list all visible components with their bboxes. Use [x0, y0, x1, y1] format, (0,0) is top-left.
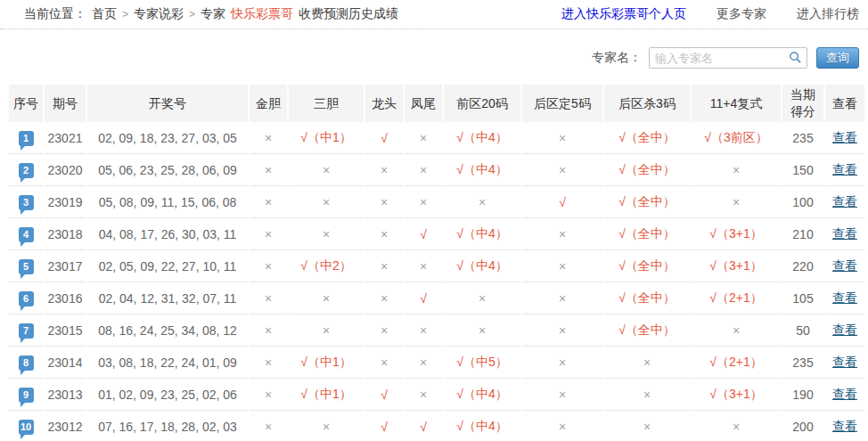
row-index-badge: 10 — [19, 420, 34, 435]
miss-mark: × — [381, 227, 388, 241]
cell-back-kill-3: × — [604, 347, 690, 379]
table-row: 92301301, 02, 09, 23, 25, 02, 06×√（中1）√×… — [9, 379, 864, 411]
search-box — [649, 47, 807, 69]
cell-gold-dan: × — [250, 186, 287, 218]
cell-back-kill-3: √（全中） — [604, 314, 690, 347]
search-icon[interactable] — [789, 51, 802, 64]
cell-front-20: √（中4） — [444, 411, 520, 441]
cell-back-5: √ — [522, 186, 602, 218]
cell-front-20: √（中5） — [444, 347, 520, 379]
cell-front-20: × — [444, 314, 520, 347]
miss-mark: × — [323, 227, 330, 241]
more-experts-link[interactable]: 更多专家 — [717, 6, 766, 22]
cell-winning-numbers: 04, 08, 17, 26, 30, 03, 11 — [87, 218, 248, 250]
cell-gold-dan: × — [250, 379, 287, 411]
cell-score: 50 — [782, 314, 823, 347]
cell-back-5: × — [522, 282, 602, 314]
cell-phoenix-tail: × — [405, 186, 442, 218]
cell-winning-numbers: 07, 16, 17, 18, 28, 02, 03 — [87, 411, 248, 441]
cell-back-kill-3: √（全中） — [604, 154, 690, 186]
view-link[interactable]: 查看 — [832, 419, 857, 433]
cell-score: 235 — [782, 347, 823, 379]
breadcrumb-home[interactable]: 首页 — [92, 6, 117, 22]
column-header-view: 查看 — [825, 85, 864, 122]
cell-dragon-head: × — [365, 154, 403, 186]
hit-mark: √（全中） — [618, 194, 676, 208]
ranking-link[interactable]: 进入排行榜 — [797, 6, 859, 22]
query-button[interactable]: 查询 — [816, 47, 859, 69]
cell-view: 查看 — [825, 411, 864, 441]
column-header-score: 当期得分 — [782, 85, 823, 122]
cell-front-20: √（中4） — [444, 250, 520, 282]
cell-score: 235 — [782, 122, 823, 154]
miss-mark: × — [381, 195, 388, 209]
column-header-phoenix-tail: 凤尾 — [405, 85, 442, 122]
view-link[interactable]: 查看 — [832, 226, 857, 241]
cell-view: 查看 — [825, 186, 864, 218]
breadcrumb-expert-talk[interactable]: 专家说彩 — [134, 6, 184, 22]
cell-back-5: × — [522, 411, 602, 441]
miss-mark: × — [420, 195, 427, 209]
view-link[interactable]: 查看 — [832, 290, 857, 305]
cell-phoenix-tail: × — [405, 250, 442, 282]
table-row: 62301602, 04, 12, 31, 32, 07, 11×××√××√（… — [9, 282, 864, 314]
miss-mark: × — [733, 420, 740, 434]
cell-dragon-head: × — [365, 186, 403, 218]
view-link[interactable]: 查看 — [832, 355, 857, 369]
cell-front-20: √（中4） — [444, 154, 520, 186]
miss-mark: × — [479, 323, 486, 338]
cell-front-20: √（中4） — [444, 218, 520, 250]
table-row: 12302102, 09, 18, 23, 27, 03, 05×√（中1）√×… — [9, 122, 864, 154]
row-index-badge: 7 — [19, 323, 34, 339]
cell-three-dan: × — [289, 186, 364, 218]
cell-dragon-head: × — [365, 347, 403, 379]
table-row: 42301804, 08, 17, 26, 30, 03, 11×××√√（中4… — [9, 218, 864, 250]
miss-mark: × — [265, 420, 272, 434]
row-index-badge: 5 — [19, 259, 34, 274]
hit-mark: √（中4） — [456, 162, 507, 176]
hit-mark: √（中1） — [300, 355, 351, 369]
hit-mark: √（全中） — [618, 290, 676, 305]
table-row: 52301702, 05, 09, 22, 27, 10, 11×√（中2）××… — [9, 250, 864, 282]
cell-gold-dan: × — [250, 314, 287, 347]
cell-issue-number: 23012 — [45, 411, 86, 441]
cell-index: 4 — [9, 218, 43, 250]
hit-mark: √ — [420, 227, 427, 241]
view-link[interactable]: 查看 — [832, 323, 857, 337]
cell-front-20: × — [444, 282, 520, 314]
search-input[interactable] — [649, 47, 807, 69]
view-link[interactable]: 查看 — [832, 194, 857, 208]
hit-mark: √（全中） — [618, 323, 676, 337]
cell-back-kill-3: √（全中） — [604, 250, 690, 282]
breadcrumb-expert[interactable]: 专家 — [201, 6, 225, 22]
hit-mark: √（全中） — [618, 162, 676, 176]
miss-mark: × — [420, 355, 427, 370]
view-link[interactable]: 查看 — [832, 162, 857, 176]
miss-mark: × — [420, 388, 427, 402]
cell-phoenix-tail: √ — [405, 411, 442, 441]
hit-mark: √（中1） — [300, 130, 351, 144]
view-link[interactable]: 查看 — [832, 258, 857, 273]
miss-mark: × — [559, 355, 566, 370]
breadcrumb-expert-name[interactable]: 快乐彩票哥 — [231, 6, 293, 22]
cell-issue-number: 23017 — [45, 250, 86, 282]
results-table-body: 12302102, 09, 18, 23, 27, 03, 05×√（中1）√×… — [9, 122, 864, 441]
personal-page-link[interactable]: 进入快乐彩票哥个人页 — [561, 6, 686, 22]
miss-mark: × — [643, 420, 651, 434]
cell-back-5: × — [522, 314, 602, 347]
cell-gold-dan: × — [250, 154, 287, 186]
cell-11-4-compound: √（3前区） — [692, 122, 781, 154]
cell-three-dan: √（中1） — [289, 379, 364, 411]
cell-index: 3 — [9, 186, 43, 218]
view-link[interactable]: 查看 — [832, 387, 857, 401]
column-header-back-kill-3: 后区杀3码 — [604, 85, 690, 122]
cell-index: 7 — [9, 314, 43, 347]
cell-11-4-compound: √（2+1） — [692, 347, 781, 379]
cell-view: 查看 — [825, 218, 864, 250]
cell-back-5: × — [522, 218, 602, 250]
cell-winning-numbers: 05, 08, 09, 11, 15, 06, 08 — [87, 186, 248, 218]
cell-three-dan: √（中1） — [289, 347, 364, 379]
view-link[interactable]: 查看 — [832, 130, 857, 144]
miss-mark: × — [479, 291, 486, 306]
miss-mark: × — [265, 355, 272, 370]
